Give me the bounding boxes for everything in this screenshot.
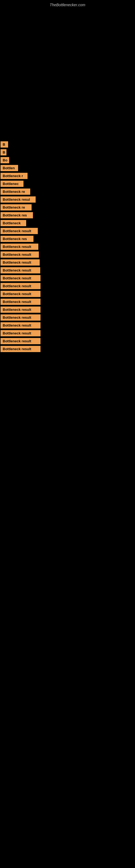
list-item: Bottleneck result: [1, 322, 41, 329]
site-title: TheBottlenecker.com: [0, 0, 135, 8]
list-item: Bottleneck res: [1, 236, 34, 242]
list-item: Bottleneck re: [1, 204, 32, 211]
list-item: Bottleneck result: [1, 259, 40, 266]
list-item: Bottleneck result: [1, 283, 41, 289]
list-item: Bottleneck result: [1, 314, 41, 321]
list-item: Bottleneck result: [1, 251, 39, 258]
list-item: Bottleneck result: [1, 299, 41, 305]
list-item: Bottleneck re: [1, 188, 30, 195]
list-item: Bottleneck result: [1, 346, 41, 352]
list-item: Bottleneck: [1, 220, 26, 226]
list-item: B: [1, 141, 8, 148]
chart-area: [0, 8, 135, 138]
site-header: TheBottlenecker.com: [0, 0, 135, 8]
list-item: Bottleneck result: [1, 307, 41, 313]
list-item: Bottleneck r: [1, 173, 28, 179]
list-item: Bottleneck result: [1, 291, 41, 297]
list-item: Bottleneck result: [1, 244, 38, 250]
list-item: Bottleneck result: [1, 338, 41, 344]
list-item: Bo: [1, 157, 9, 163]
list-item: B: [1, 149, 6, 155]
list-item: Bottlenec: [1, 181, 24, 187]
list-item: Bottleneck res: [1, 212, 33, 218]
list-item: Bottleneck result: [1, 267, 40, 273]
list-item: Bottleneck resul: [1, 196, 36, 203]
list-item: Bottleneck result: [1, 228, 38, 234]
list-item: Bottleneck result: [1, 330, 41, 336]
bottleneck-items-container: BBBoBottlenBottleneck rBottlenecBottlene…: [0, 138, 135, 356]
list-item: Bottleneck result: [1, 275, 41, 281]
list-item: Bottlen: [1, 165, 18, 171]
